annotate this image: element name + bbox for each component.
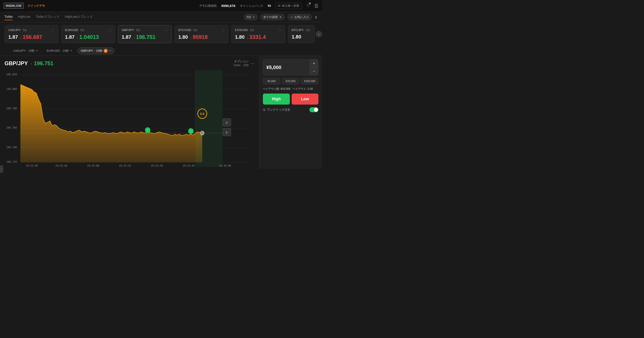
svg-text:19:33:00: 19:33:00 bbox=[87, 164, 99, 167]
trade-buttons: High Low bbox=[263, 94, 318, 104]
asset-cards-row: USD/JPY 5分 ☆ 1.87 ↓156.687 EUR/USD 5分 ☆ … bbox=[0, 22, 322, 46]
asset-card-btcjpy[interactable]: BTC/JPY 5分 1.80 bbox=[288, 25, 315, 43]
preset-20000-button[interactable]: ¥20,000 bbox=[282, 78, 299, 84]
amount-decrease-button[interactable]: − bbox=[310, 68, 318, 75]
card-pair-gbpjpy: GBP/JPY 5分 bbox=[122, 28, 140, 32]
preset-100000-button[interactable]: ¥100,000 bbox=[301, 78, 318, 84]
sub-tab-eurusd[interactable]: EUR/USD・15秒 ✕ bbox=[43, 47, 76, 54]
card-pair-ethusd: ETH/USD 5分 bbox=[235, 28, 254, 32]
card-header-usdjpy: USD/JPY 5分 ☆ bbox=[8, 28, 55, 32]
card-price-eurusd: ↑1.04013 bbox=[77, 34, 99, 40]
chart-fill-area bbox=[20, 84, 202, 162]
switch-icon: ⇄ bbox=[278, 4, 280, 8]
time-filter[interactable]: 5分 ✕ bbox=[244, 14, 258, 20]
chart-option-info: オプション Turbo・15秒 bbox=[234, 59, 249, 67]
svg-text:196.720: 196.720 bbox=[6, 160, 17, 163]
demo-mode-label: クイックデモ bbox=[28, 4, 45, 8]
favorites-button[interactable]: ♡ bbox=[306, 3, 310, 8]
collapse-cards-button[interactable]: ∧ bbox=[314, 14, 318, 20]
cashback-value: ¥0 bbox=[268, 4, 271, 8]
tab-highlow-spread[interactable]: HighLowスプレッド bbox=[65, 14, 93, 20]
sub-tab-usdjpy[interactable]: USD/JPY・15秒 ✕ bbox=[10, 47, 41, 54]
one-click-toggle[interactable] bbox=[310, 107, 318, 112]
card-body-btcjpy: 1.80 bbox=[292, 34, 311, 40]
sub-tab-gbpjpy-label: GBP/JPY・15秒 bbox=[81, 49, 102, 53]
menu-button[interactable]: ☰ bbox=[314, 3, 318, 8]
chart-more-button[interactable]: ⋯ bbox=[250, 61, 254, 66]
main-tabs: Turbo HighLow Turboスプレッド HighLowスプレッド bbox=[4, 14, 244, 20]
asset-card-usdjpy[interactable]: USD/JPY 5分 ☆ 1.87 ↓156.687 bbox=[4, 25, 58, 43]
sub-tab-usdjpy-close-icon[interactable]: ✕ bbox=[36, 49, 38, 52]
card-price-gbpjpy: ↑196.751 bbox=[134, 34, 156, 40]
card-header-ethusd: ETH/USD 5分 ☆ bbox=[235, 28, 281, 32]
card-pair-btcjpy: BTC/JPY 5分 bbox=[292, 28, 310, 32]
card-body-eurusd: 1.87 ↑1.04013 bbox=[65, 34, 111, 40]
down-arrow-icon: ↓ bbox=[190, 36, 192, 40]
amount-display: ¥5,000 bbox=[263, 62, 310, 73]
toggle-knob bbox=[314, 108, 318, 112]
one-click-text: ワンクリック注文 bbox=[267, 108, 290, 112]
logo: HIGH LOW bbox=[4, 3, 24, 9]
up-arrow-icon: ↑ bbox=[134, 36, 135, 40]
star-ethusd-icon[interactable]: ☆ bbox=[278, 28, 281, 32]
favorites-filter[interactable]: ☆ お気に入り bbox=[287, 14, 312, 20]
down-arrow-icon: ↓ bbox=[247, 36, 248, 40]
tab-controls: 5分 ✕ 全ての資産 ▼ ☆ お気に入り ∧ bbox=[244, 14, 318, 20]
amount-controls: + − bbox=[310, 60, 318, 75]
high-button[interactable]: High bbox=[263, 94, 290, 104]
chart-header: GBP/JPY ↑ 196.751 オプション Turbo・15秒 ⋯ bbox=[4, 59, 254, 67]
tab-turbo-spread[interactable]: Turboスプレッド bbox=[36, 14, 60, 20]
payout-ratio-value: 2.00 bbox=[308, 87, 313, 90]
sub-tabs-bar: ‹ USD/JPY・15秒 ✕ EUR/USD・15秒 ✕ GBP/JPY・15… bbox=[0, 46, 322, 56]
payout-amount-value: ¥10,000 bbox=[281, 87, 290, 90]
asset-card-eurusd[interactable]: EUR/USD 5分 ☆ 1.87 ↑1.04013 bbox=[61, 25, 115, 43]
svg-text:19:32:30: 19:32:30 bbox=[26, 164, 38, 167]
sub-tab-gbpjpy[interactable]: GBP/JPY・15秒 1 ✕ bbox=[77, 47, 114, 54]
asset-filter[interactable]: 全ての資産 ▼ bbox=[260, 14, 285, 20]
one-click-icon: ① bbox=[263, 108, 266, 112]
time-filter-close-icon[interactable]: ✕ bbox=[252, 16, 255, 19]
left-panel-toggle[interactable]: ‹ bbox=[0, 166, 3, 169]
asset-card-btcusd[interactable]: BTC/USD 5分 ☆ 1.80 ↓95918 bbox=[174, 25, 228, 43]
amount-input-row: ¥5,000 + − bbox=[263, 59, 318, 75]
star-gbpjpy-icon[interactable]: ☆ bbox=[165, 28, 168, 32]
star-eurusd-icon[interactable]: ☆ bbox=[108, 28, 111, 32]
preset-amounts: ¥5,000 ¥20,000 ¥100,000 bbox=[263, 78, 318, 84]
switch-account-button[interactable]: ⇄ 本口座へ切替 bbox=[276, 3, 302, 9]
tab-turbo[interactable]: Turbo bbox=[4, 14, 12, 20]
asset-card-gbpjpy[interactable]: GBP/JPY 5分 ☆ 1.87 ↑196.751 bbox=[118, 25, 172, 43]
logo-high: HIGH bbox=[6, 4, 14, 8]
preset-5000-button[interactable]: ¥5,000 bbox=[263, 78, 280, 84]
main-content: GBP/JPY ↑ 196.751 オプション Turbo・15秒 ⋯ bbox=[0, 56, 322, 169]
switch-label: 本口座へ切替 bbox=[282, 4, 299, 8]
card-price-ethusd: ↓3331.4 bbox=[247, 34, 266, 40]
card-body-ethusd: 1.80 ↓3331.4 bbox=[235, 34, 281, 40]
sub-tab-gbpjpy-close-icon[interactable]: ✕ bbox=[109, 49, 111, 52]
card-pair-eurusd: EUR/USD 5分 bbox=[65, 28, 84, 32]
amount-increase-button[interactable]: + bbox=[310, 60, 318, 68]
sub-tab-eurusd-close-icon[interactable]: ✕ bbox=[70, 49, 72, 52]
asset-card-ethusd[interactable]: ETH/USD 5分 ☆ 1.80 ↓3331.4 bbox=[231, 25, 285, 43]
sub-tab-eurusd-label: EUR/USD・15秒 bbox=[46, 49, 69, 53]
star-btcusd-icon[interactable]: ☆ bbox=[222, 28, 225, 32]
scroll-right-button[interactable]: › bbox=[316, 31, 322, 37]
chart-current-price: ↑ 196.751 bbox=[30, 60, 53, 66]
svg-text:∧: ∧ bbox=[226, 120, 228, 124]
favorites-label: お気に入り bbox=[294, 15, 309, 19]
card-body-gbpjpy: 1.87 ↑196.751 bbox=[122, 34, 168, 40]
card-header-eurusd: EUR/USD 5分 ☆ bbox=[65, 28, 111, 32]
current-price-marker bbox=[200, 131, 204, 135]
notification-badge bbox=[309, 2, 311, 4]
svg-text:19:32:45: 19:32:45 bbox=[55, 164, 68, 167]
payout-ratio-label: ペイアウト: bbox=[292, 87, 307, 90]
header: HIGH LOW クイックデモ デモ口座残高 ¥990,676 キャッシュバック… bbox=[0, 0, 322, 12]
header-right: デモ口座残高 ¥990,676 キャッシュバック ¥0 ⇄ 本口座へ切替 ♡ ☰ bbox=[199, 3, 318, 9]
svg-text:19:33:45: 19:33:45 bbox=[182, 164, 195, 167]
balance-value: ¥990,676 bbox=[221, 4, 236, 8]
price-chart: 196.820 196.800 196.780 196.760 196.740 … bbox=[4, 70, 254, 167]
low-button[interactable]: Low bbox=[292, 94, 319, 104]
star-usdjpy-icon[interactable]: ☆ bbox=[52, 28, 55, 32]
tab-highlow[interactable]: HighLow bbox=[18, 14, 30, 20]
card-body-usdjpy: 1.87 ↓156.687 bbox=[8, 34, 55, 40]
svg-text:↑: ↑ bbox=[147, 129, 148, 132]
